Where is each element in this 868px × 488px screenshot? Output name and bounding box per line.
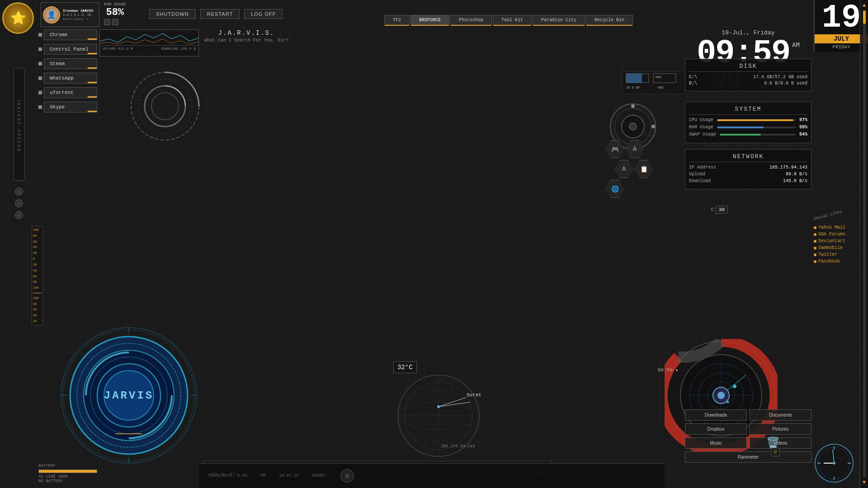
svg-point-15: [631, 104, 635, 108]
social-facebook[interactable]: Facebook: [814, 259, 845, 264]
social-twitter[interactable]: Twitter: [814, 252, 845, 257]
documents-button[interactable]: Documents: [750, 409, 811, 421]
ram-btn-1[interactable]: [104, 19, 110, 25]
social-xda[interactable]: XDA Forums: [814, 232, 845, 237]
tab-tf2[interactable]: TF2: [384, 15, 410, 25]
quick-link-row-2: Dropbox Pictures: [685, 423, 811, 435]
svg-point-63: [833, 462, 835, 465]
shield-logo: ⭐: [2, 2, 38, 38]
downloads-button[interactable]: Downloads: [685, 409, 747, 421]
bridge-icon-3[interactable]: ○: [15, 211, 23, 219]
social-yahoo[interactable]: Yahoo Mail: [814, 225, 845, 230]
weather-panel: 32°C Surat 185.175.94.143: [393, 361, 520, 461]
tab-recycle[interactable]: Recycle Bin: [586, 15, 633, 25]
mini-clock: [814, 443, 854, 483]
clock-ampm: AM: [792, 42, 800, 49]
jarvis-graph: [100, 30, 198, 46]
scroll-thumb: [863, 10, 866, 24]
bridge-control: BRIDGE CONTROL: [14, 68, 25, 181]
bridge-icon-2[interactable]: ○: [15, 199, 23, 207]
svg-point-52: [437, 405, 440, 408]
jarvis-search-panel: UPLOAD 915.0 B DOWNLOAD 146.0 B: [99, 29, 199, 56]
restart-button[interactable]: RESTART: [200, 9, 240, 19]
ip-row: IP Address 185.175.94.143: [689, 165, 807, 170]
hex-icon-4[interactable]: 📋: [635, 160, 653, 178]
scroll-down-arrow[interactable]: ▼: [863, 479, 866, 486]
social-deviantart[interactable]: Deviantart: [814, 239, 845, 244]
svg-point-10: [151, 93, 179, 120]
tab-toolkit[interactable]: Tool Kit: [493, 15, 532, 25]
bottom-right-tray: U: [771, 448, 780, 456]
dropbox-button[interactable]: Dropbox: [685, 423, 747, 435]
app-dot: [38, 62, 42, 66]
tab-paradise[interactable]: Paradise City: [533, 15, 585, 25]
user-info: Ironman JARVIS S.H.I.E.L.D. OS Robert Do…: [63, 8, 93, 21]
videos-button[interactable]: Videos: [750, 437, 811, 449]
app-item-utorrent[interactable]: uTorrent: [38, 87, 97, 98]
svg-text:HDD: HDD: [658, 86, 664, 89]
svg-point-8: [138, 79, 192, 133]
shutdown-button[interactable]: SHUTDOWN: [149, 9, 196, 19]
quick-link-row-3: Music Videos: [685, 437, 811, 449]
hex-icon-1[interactable]: 🎮: [606, 140, 624, 158]
bridge-icon-1[interactable]: ○: [15, 188, 23, 196]
center-ring: [127, 68, 203, 145]
app-item-steam[interactable]: Steam: [38, 58, 97, 69]
app-item-control-panel[interactable]: Control Panel: [38, 44, 97, 55]
shield-icon: ⭐: [2, 2, 34, 34]
svg-text:39.9 GB: 39.9 GB: [626, 86, 639, 89]
battery-ac-line: AC LINE 100%: [38, 474, 97, 479]
app-item-skype[interactable]: Skype: [38, 102, 97, 113]
disk-row-d: D:\ 0.0 B/0.0 B used: [689, 81, 807, 86]
quick-link-row-1: Downloads Documents: [685, 409, 811, 421]
jarvis-title: J.A.R.V.I.S.: [201, 29, 292, 37]
disk-graph: HDD 39.9 GB HDD: [622, 71, 689, 94]
notif-count: 30: [716, 206, 728, 214]
ram-btn-2[interactable]: [112, 19, 118, 25]
scroll-track[interactable]: [863, 10, 866, 478]
app-item-chrome[interactable]: Chrome: [38, 29, 97, 40]
hex-icon-3[interactable]: A: [615, 160, 633, 178]
jarvis-subtitle: What Can I Search For You, Sir?: [201, 38, 292, 43]
tab-photoshop[interactable]: Photoshop: [450, 15, 492, 25]
logoff-button[interactable]: LOG OFF: [244, 9, 283, 19]
ram-bar: [717, 127, 796, 128]
radar-time: 09:59 ●: [658, 367, 678, 373]
app-item-whatsapp[interactable]: WhatsApp: [38, 73, 97, 84]
avatar: 👤: [43, 6, 60, 23]
bottom-settings-icon[interactable]: ⚙: [340, 469, 354, 483]
pictures-button[interactable]: Pictures: [750, 423, 811, 435]
hex-icons: 🎮 A A 📋 🌐: [606, 140, 665, 198]
upload-label: UPLOAD 915.0 B: [103, 47, 133, 51]
network-panel: NETWORK IP Address 185.175.94.143 Upload…: [685, 149, 811, 189]
weather-globe: Surat 185.175.94.143: [393, 371, 484, 461]
tray-item-1[interactable]: U: [771, 448, 780, 456]
svg-point-14: [629, 123, 637, 130]
download-row: Download 145.0 B/s: [689, 178, 807, 183]
bridge-icons: ○ ○ ○: [15, 188, 23, 219]
svg-point-16: [651, 125, 655, 128]
hex-icon-5[interactable]: 🌐: [606, 180, 624, 198]
app-dot: [38, 105, 42, 109]
app-dot: [38, 33, 42, 37]
ram-usage-panel: RAM USAGE 58%: [104, 2, 126, 25]
music-button[interactable]: Music: [685, 437, 747, 449]
social-sammobile[interactable]: Sammobile: [814, 245, 845, 250]
notif-counter: C 30: [711, 206, 728, 214]
user-panel: 👤 Ironman JARVIS S.H.I.E.L.D. OS Robert …: [41, 2, 99, 27]
battery-label: BATTERY: [38, 464, 97, 468]
download-label: DOWNLOAD 146.0 B: [161, 47, 196, 51]
quick-links: Downloads Documents Dropbox Pictures Mus…: [685, 409, 811, 465]
tab-broforce[interactable]: BROFORCE: [410, 15, 449, 25]
app-dot: [38, 76, 42, 80]
rainmeter-button[interactable]: Rainmeter: [685, 451, 811, 463]
right-scrollbar: ▲ ▼: [860, 0, 868, 488]
svg-text:185.175.94.143: 185.175.94.143: [441, 444, 475, 449]
hex-icon-2[interactable]: A: [626, 140, 644, 158]
app-list: Chrome Control Panel Steam WhatsApp uTor…: [38, 29, 97, 116]
ram-row: RAM Usage 59%: [689, 125, 807, 130]
upload-row: Upload 99.0 B/s: [689, 172, 807, 177]
scroll-up-arrow[interactable]: ▲: [863, 2, 866, 9]
svg-text:Surat: Surat: [467, 392, 481, 398]
disk-panel: DISK C:\ 17.4 GB/57.2 GB used D:\ 0.0 B/…: [685, 59, 811, 91]
